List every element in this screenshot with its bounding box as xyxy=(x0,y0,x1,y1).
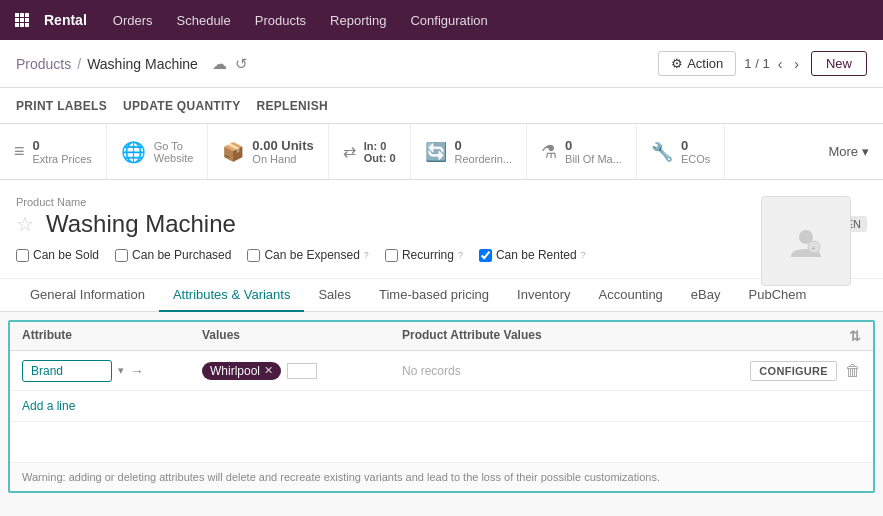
nav-products[interactable]: Products xyxy=(245,9,316,32)
col-header-values: Values xyxy=(202,328,402,344)
action-label: Action xyxy=(687,56,723,71)
value-tag-label: Whirlpool xyxy=(210,364,260,378)
can-be-rented-checkbox[interactable]: Can be Rented? xyxy=(479,248,586,262)
nav-orders[interactable]: Orders xyxy=(103,9,163,32)
grid-menu-icon[interactable] xyxy=(8,6,36,34)
svg-rect-0 xyxy=(15,13,19,17)
sort-icon[interactable]: ⇅ xyxy=(849,328,861,344)
product-title[interactable]: Washing Machine xyxy=(46,210,828,238)
smart-btn-reordering[interactable]: 🔄 0 Reorderin... xyxy=(411,124,527,179)
row-actions: CONFIGURE 🗑 xyxy=(761,361,861,381)
replenish-button[interactable]: REPLENISH xyxy=(257,99,328,113)
svg-rect-4 xyxy=(20,18,24,22)
tab-inventory[interactable]: Inventory xyxy=(503,279,584,312)
can-be-sold-checkbox[interactable]: Can be Sold xyxy=(16,248,99,262)
new-button[interactable]: New xyxy=(811,51,867,76)
breadcrumb-right: ⚙ Action 1 / 1 ‹ › New xyxy=(658,51,867,76)
table-header: Attribute Values Product Attribute Value… xyxy=(10,322,873,351)
refresh-icon: 🔄 xyxy=(425,141,447,163)
product-title-row: ☆ Washing Machine EN xyxy=(16,210,867,238)
values-cell: Whirlpool ✕ xyxy=(202,362,402,380)
list-icon: ≡ xyxy=(14,141,25,162)
svg-rect-5 xyxy=(25,18,29,22)
breadcrumb-current: Washing Machine xyxy=(87,56,198,72)
empty-space xyxy=(10,422,873,462)
dropdown-arrow-icon[interactable]: ▾ xyxy=(118,364,124,377)
form-area: Product Name ☆ Washing Machine EN Can be… xyxy=(0,180,883,279)
smart-btn-ecos[interactable]: 🔧 0 ECOs xyxy=(637,124,725,179)
refresh-icon[interactable]: ↺ xyxy=(235,55,248,73)
next-record-button[interactable]: › xyxy=(790,54,803,74)
nav-schedule[interactable]: Schedule xyxy=(167,9,241,32)
table-row: ▾ → Whirlpool ✕ No records CONFIGURE 🗑 xyxy=(10,351,873,391)
cloud-icon[interactable]: ☁ xyxy=(212,55,227,73)
breadcrumb: Products / Washing Machine ☁ ↺ xyxy=(16,55,248,73)
breadcrumb-icons: ☁ ↺ xyxy=(212,55,248,73)
can-be-purchased-checkbox[interactable]: Can be Purchased xyxy=(115,248,231,262)
smart-btn-more[interactable]: More ▾ xyxy=(814,124,883,179)
action-bar: PRINT LABELS UPDATE QUANTITY REPLENISH xyxy=(0,88,883,124)
svg-rect-3 xyxy=(15,18,19,22)
svg-rect-6 xyxy=(15,23,19,27)
svg-rect-7 xyxy=(20,23,24,27)
breadcrumb-parent[interactable]: Products xyxy=(16,56,71,72)
app-brand[interactable]: Rental xyxy=(44,12,87,28)
favorite-star-icon[interactable]: ☆ xyxy=(16,212,34,236)
smart-btn-bom[interactable]: ⚗ 0 Bill Of Ma... xyxy=(527,124,637,179)
nav-reporting[interactable]: Reporting xyxy=(320,9,396,32)
action-button[interactable]: ⚙ Action xyxy=(658,51,736,76)
smart-btn-on-hand[interactable]: 📦 0.00 Units On Hand xyxy=(208,124,328,179)
smart-buttons-bar: ≡ 0 Extra Prices 🌐 Go ToWebsite 📦 0.00 U… xyxy=(0,124,883,180)
arrows-icon: ⇄ xyxy=(343,142,356,161)
tab-attributes-variants[interactable]: Attributes & Variants xyxy=(159,279,305,312)
value-tag-remove-icon[interactable]: ✕ xyxy=(264,364,273,377)
recurring-checkbox[interactable]: Recurring? xyxy=(385,248,463,262)
tabs-row: General Information Attributes & Variant… xyxy=(0,279,883,312)
checkboxes-row: Can be Sold Can be Purchased Can be Expe… xyxy=(16,248,867,262)
record-count: 1 / 1 xyxy=(744,56,769,71)
tab-sales[interactable]: Sales xyxy=(304,279,365,312)
prev-record-button[interactable]: ‹ xyxy=(774,54,787,74)
values-input[interactable] xyxy=(287,363,317,379)
help-icon-2: ? xyxy=(458,250,463,260)
update-quantity-button[interactable]: UPDATE QUANTITY xyxy=(123,99,241,113)
col-header-attribute: Attribute xyxy=(22,328,202,344)
nav-configuration[interactable]: Configuration xyxy=(400,9,497,32)
smart-btn-extra-prices[interactable]: ≡ 0 Extra Prices xyxy=(0,124,107,179)
form-top: Product Name ☆ Washing Machine EN Can be… xyxy=(16,196,867,262)
breadcrumb-bar: Products / Washing Machine ☁ ↺ ⚙ Action … xyxy=(0,40,883,88)
can-be-expensed-checkbox[interactable]: Can be Expensed? xyxy=(247,248,368,262)
col-header-pav: Product Attribute Values xyxy=(402,328,761,344)
value-tag-whirlpool: Whirlpool ✕ xyxy=(202,362,281,380)
more-label: More xyxy=(828,144,858,159)
col-header-actions: ⇅ xyxy=(761,328,861,344)
svg-text:+: + xyxy=(811,244,816,253)
attribute-input[interactable] xyxy=(22,360,112,382)
delete-row-icon[interactable]: 🗑 xyxy=(845,362,861,380)
top-navigation: Rental Orders Schedule Products Reportin… xyxy=(0,0,883,40)
tab-ebay[interactable]: eBay xyxy=(677,279,735,312)
warning-bar: Warning: adding or deleting attributes w… xyxy=(10,462,873,491)
chevron-down-icon: ▾ xyxy=(862,144,869,159)
flask-icon: ⚗ xyxy=(541,141,557,163)
product-name-label: Product Name xyxy=(16,196,867,208)
tab-general-information[interactable]: General Information xyxy=(16,279,159,312)
pav-cell: No records xyxy=(402,364,761,378)
add-line[interactable]: Add a line xyxy=(10,391,873,422)
smart-btn-go-to-website[interactable]: 🌐 Go ToWebsite xyxy=(107,124,209,179)
print-labels-button[interactable]: PRINT LABELS xyxy=(16,99,107,113)
product-image[interactable]: + xyxy=(761,196,851,286)
configure-button[interactable]: CONFIGURE xyxy=(750,361,837,381)
tab-time-based-pricing[interactable]: Time-based pricing xyxy=(365,279,503,312)
wrench-icon: 🔧 xyxy=(651,141,673,163)
breadcrumb-separator: / xyxy=(77,56,81,72)
tab-accounting[interactable]: Accounting xyxy=(585,279,677,312)
svg-rect-1 xyxy=(20,13,24,17)
no-records-label: No records xyxy=(402,364,461,378)
attribute-cell: ▾ → xyxy=(22,360,202,382)
help-icon: ? xyxy=(364,250,369,260)
arrow-right-icon: → xyxy=(130,363,144,379)
help-icon-3: ? xyxy=(581,250,586,260)
smart-btn-in-out[interactable]: ⇄ In: 0 Out: 0 xyxy=(329,124,411,179)
attributes-table: Attribute Values Product Attribute Value… xyxy=(8,320,875,493)
